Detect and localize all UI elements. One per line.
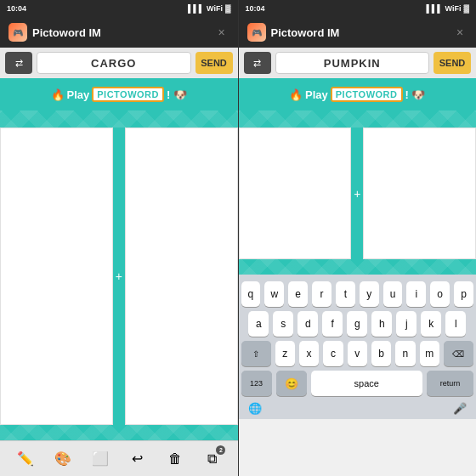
teal-top-left (0, 110, 238, 128)
pictoword-label-right: PICTOWORD (331, 87, 403, 102)
key-numbers[interactable]: 123 (241, 371, 272, 396)
time-right: 10:04 (246, 4, 265, 13)
wifi-left: WiFi (207, 4, 223, 13)
undo-icon-left: ↩ (132, 450, 143, 467)
undo-button-left[interactable]: ↩ (124, 445, 151, 473)
key-shift[interactable]: ⇧ (241, 341, 271, 366)
eraser-button-left[interactable]: ⬜ (87, 445, 114, 473)
key-e[interactable]: e (288, 281, 308, 307)
battery-left: ▓ (225, 4, 231, 13)
globe-icon[interactable]: 🌐 (248, 402, 262, 415)
image-slot-left-1[interactable] (0, 128, 113, 425)
pictoword-label-left: PICTOWORD (92, 87, 164, 102)
dog-emoji-right: ! 🐶 (405, 88, 426, 101)
time-left: 10:04 (7, 4, 26, 13)
key-x[interactable]: x (299, 341, 319, 366)
key-d[interactable]: d (298, 311, 318, 337)
home-bar-area: 🌐 🎤 (241, 400, 474, 416)
key-z[interactable]: z (275, 341, 295, 366)
mic-icon[interactable]: 🎤 (453, 402, 467, 415)
play-label-right: Play (305, 88, 328, 101)
key-n[interactable]: n (395, 341, 415, 366)
image-slot-right-1[interactable] (239, 128, 352, 259)
key-s[interactable]: s (273, 311, 293, 337)
left-panel: 10:04 ▌▌▌ WiFi ▓ 🎮 Pictoword IM × ⇄ CARG… (0, 0, 238, 476)
key-p[interactable]: p (454, 281, 473, 307)
image-slot-right-2[interactable] (363, 128, 476, 259)
right-panel: 10:04 ▌▌▌ WiFi ▓ 🎮 Pictoword IM × ⇄ PUMP… (239, 0, 477, 476)
word-input-left[interactable]: CARGO (37, 52, 191, 74)
toolbar-left: ✏️ 🎨 ⬜ ↩ 🗑 ⧉ 2 (0, 440, 238, 476)
key-j[interactable]: j (396, 311, 416, 337)
keyboard-right: q w e r t y u i o p a s d f g h j k l ⇧ … (239, 275, 477, 419)
palette-button-left[interactable]: 🎨 (49, 445, 76, 473)
shuffle-icon-right: ⇄ (253, 58, 261, 69)
status-icons-right: ▌▌▌ WiFi ▓ (426, 4, 469, 13)
key-u[interactable]: u (383, 281, 403, 307)
dog-emoji-left: ! 🐶 (167, 88, 187, 101)
send-button-right[interactable]: SEND (434, 52, 471, 74)
key-return[interactable]: return (427, 371, 473, 396)
signal-left: ▌▌▌ (188, 4, 204, 13)
key-o[interactable]: o (430, 281, 450, 307)
key-l[interactable]: l (445, 311, 466, 337)
send-button-left[interactable]: SEND (196, 52, 233, 74)
key-b[interactable]: b (371, 341, 391, 366)
key-backspace[interactable]: ⌫ (444, 341, 473, 366)
pencil-button-left[interactable]: ✏️ (12, 445, 39, 473)
key-space[interactable]: space (311, 371, 423, 396)
title-bar-content-left: 🎮 Pictoword IM (8, 23, 101, 42)
eraser-icon-left: ⬜ (92, 450, 109, 467)
image-divider-right: + (351, 128, 363, 259)
key-r[interactable]: r (312, 281, 332, 307)
banner-content-left: 🔥 Play PICTOWORD ! 🐶 (51, 87, 187, 102)
close-button-right[interactable]: × (452, 25, 468, 40)
key-h[interactable]: h (371, 311, 392, 337)
teal-top-right (239, 110, 477, 128)
signal-right: ▌▌▌ (426, 4, 442, 13)
key-i[interactable]: i (406, 281, 426, 307)
wifi-right: WiFi (445, 4, 462, 13)
trash-icon-left: 🗑 (168, 451, 182, 467)
key-a[interactable]: a (248, 311, 269, 337)
app-icon-right: 🎮 (247, 23, 266, 42)
keyboard-row-3: ⇧ z x c v b n m ⌫ (241, 341, 474, 366)
keyboard-row-2: a s d f g h j k l (241, 311, 474, 337)
keyboard-row-4: 123 😊 space return (241, 371, 474, 396)
key-w[interactable]: w (264, 281, 284, 307)
key-k[interactable]: k (421, 311, 441, 337)
keyboard-row-1: q w e r t y u i o p (241, 281, 474, 307)
title-bar-left: 🎮 Pictoword IM × (0, 17, 238, 48)
shuffle-button-right[interactable]: ⇄ (244, 52, 271, 74)
app-icon-left: 🎮 (8, 23, 27, 42)
key-f[interactable]: f (322, 311, 343, 337)
key-c[interactable]: c (323, 341, 343, 366)
image-divider-left: + (113, 128, 125, 425)
status-bar-left: 10:04 ▌▌▌ WiFi ▓ (0, 0, 238, 17)
shuffle-icon-left: ⇄ (15, 58, 23, 69)
banner-right: 🔥 Play PICTOWORD ! 🐶 (239, 78, 477, 110)
fire-emoji-right: 🔥 (289, 88, 303, 101)
close-button-left[interactable]: × (214, 25, 230, 40)
title-bar-content-right: 🎮 Pictoword IM (247, 23, 340, 42)
layers-badge-left: 2 (216, 445, 225, 455)
input-row-left: ⇄ CARGO SEND (0, 48, 238, 78)
key-y[interactable]: y (360, 281, 379, 307)
trash-button-left[interactable]: 🗑 (162, 445, 189, 473)
shuffle-button-left[interactable]: ⇄ (5, 52, 32, 74)
key-v[interactable]: v (348, 341, 367, 366)
palette-icon-left: 🎨 (54, 450, 71, 467)
key-m[interactable]: m (420, 341, 439, 366)
key-g[interactable]: g (347, 311, 367, 337)
title-bar-right: 🎮 Pictoword IM × (239, 17, 477, 48)
image-slot-left-2[interactable] (125, 128, 238, 425)
key-q[interactable]: q (241, 281, 261, 307)
key-t[interactable]: t (336, 281, 355, 307)
banner-left: 🔥 Play PICTOWORD ! 🐶 (0, 78, 238, 110)
layers-button-left[interactable]: ⧉ 2 (198, 445, 225, 473)
image-area-right: + (239, 128, 477, 259)
key-emoji[interactable]: 😊 (276, 371, 307, 396)
bottom-teal-left (0, 425, 238, 440)
word-input-right[interactable]: PUMPKIN (275, 52, 430, 74)
banner-content-right: 🔥 Play PICTOWORD ! 🐶 (289, 87, 425, 102)
